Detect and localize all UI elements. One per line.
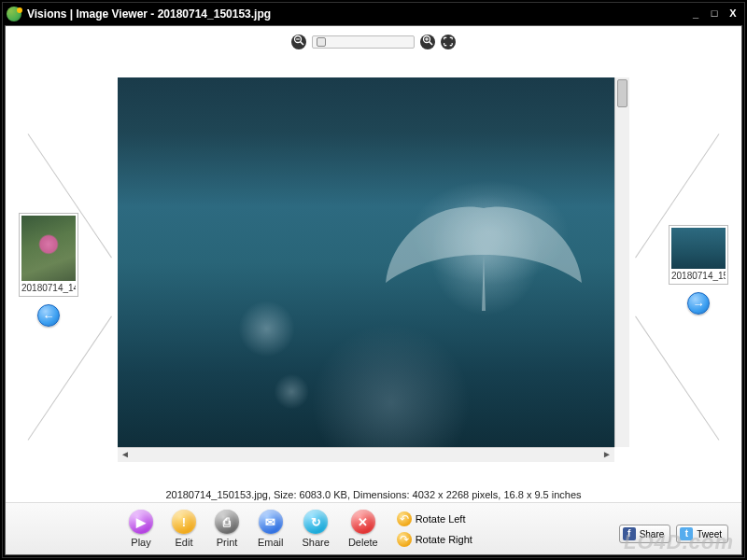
rotate-left-button[interactable]: ↶ Rotate Left	[397, 511, 472, 526]
edit-button[interactable]: ! Edit	[172, 510, 196, 548]
hscroll-right-icon[interactable]: ►	[599, 448, 614, 462]
titlebar[interactable]: Visions | Image Viewer - 20180714_150153…	[3, 3, 744, 25]
maximize-button[interactable]: □	[707, 7, 722, 21]
image-info: 20180714_150153.jpg, Size: 6083.0 KB, Di…	[6, 485, 741, 502]
zoom-slider[interactable]	[312, 35, 415, 49]
prev-thumb[interactable]: 20180714_14030...	[19, 213, 78, 297]
facebook-icon: f	[623, 527, 636, 540]
svg-line-4	[430, 42, 433, 46]
image-subject	[381, 180, 586, 320]
prev-panel: 20180714_14030... ←	[13, 213, 84, 327]
print-button[interactable]: ⎙ Print	[215, 510, 239, 548]
email-button[interactable]: ✉ Email	[258, 510, 284, 548]
social-buttons: f Share t Tweet	[619, 525, 728, 543]
arrow-left-icon: ←	[43, 309, 55, 323]
zoom-slider-thumb[interactable]	[317, 37, 326, 47]
tweet-button[interactable]: t Tweet	[676, 525, 728, 543]
app-window: Visions | Image Viewer - 20180714_150153…	[2, 2, 745, 558]
close-button[interactable]: X	[726, 7, 740, 21]
next-button[interactable]: →	[687, 292, 710, 315]
zoom-out-icon[interactable]	[291, 35, 306, 49]
zoom-in-icon[interactable]	[420, 35, 435, 49]
window-title: Visions | Image Viewer - 20180714_150153…	[27, 7, 688, 21]
print-icon: ⎙	[215, 510, 239, 534]
horizontal-scrollbar[interactable]: ◄ ►	[118, 447, 614, 462]
rotate-group: ↶ Rotate Left ↷ Rotate Right	[397, 511, 472, 547]
zoom-toolbar: ⛶	[6, 26, 741, 54]
next-thumb-image	[671, 228, 726, 269]
next-thumb[interactable]: 20180714_15020...	[669, 225, 728, 285]
next-thumb-label: 20180714_15020...	[671, 269, 726, 282]
play-icon: ▶	[129, 510, 153, 534]
share-button[interactable]: ↻ Share	[303, 510, 330, 548]
viewer-area: 20180714_14030... ←	[6, 54, 741, 485]
twitter-icon: t	[680, 527, 693, 540]
arrow-right-icon: →	[693, 297, 705, 311]
prev-thumb-image	[21, 216, 76, 281]
rotate-right-button[interactable]: ↷ Rotate Right	[397, 532, 472, 547]
prev-button[interactable]: ←	[37, 304, 60, 327]
main-image-container: ◄ ►	[118, 77, 629, 462]
delete-icon: ✕	[351, 510, 375, 534]
edit-icon: !	[172, 510, 196, 534]
prev-thumb-label: 20180714_14030...	[21, 281, 76, 294]
delete-button[interactable]: ✕ Delete	[348, 510, 378, 548]
minimize-button[interactable]: _	[688, 7, 703, 21]
next-panel: 20180714_15020... →	[663, 225, 734, 315]
vertical-scroll-thumb[interactable]	[617, 79, 627, 107]
vertical-scrollbar[interactable]	[614, 77, 629, 447]
share-icon: ↻	[303, 510, 328, 534]
rotate-left-icon: ↶	[397, 511, 412, 526]
bottom-toolbar: ▶ Play ! Edit ⎙ Print ✉ Email ↻ Share	[6, 502, 741, 554]
client-area: ⛶ 20180714_14030... ←	[5, 25, 742, 555]
main-image[interactable]	[118, 77, 614, 447]
play-button[interactable]: ▶ Play	[129, 510, 153, 548]
hscroll-left-icon[interactable]: ◄	[118, 448, 133, 462]
window-controls: _ □ X	[688, 7, 740, 21]
rotate-right-icon: ↷	[397, 532, 412, 547]
email-icon: ✉	[259, 510, 283, 534]
app-icon	[7, 7, 21, 21]
svg-line-1	[301, 42, 304, 46]
action-buttons: ▶ Play ! Edit ⎙ Print ✉ Email ↻ Share	[129, 510, 378, 548]
fit-screen-icon[interactable]: ⛶	[441, 35, 456, 49]
facebook-share-button[interactable]: f Share	[619, 525, 671, 543]
